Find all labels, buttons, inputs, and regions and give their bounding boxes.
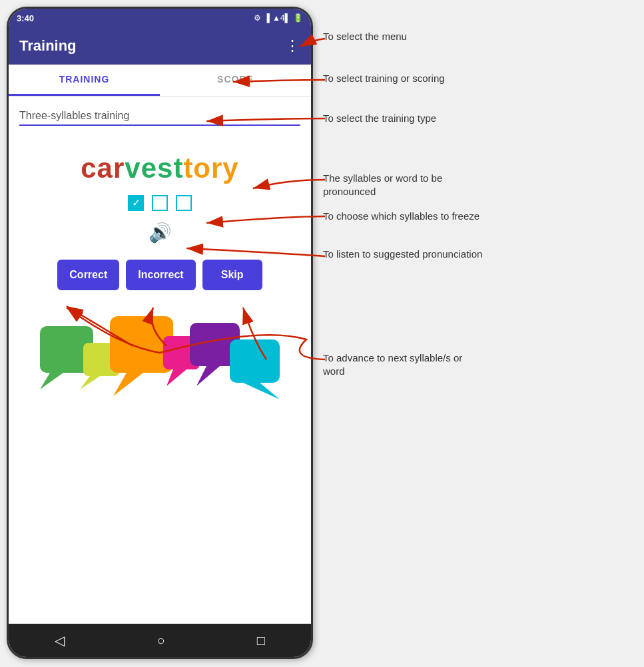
tab-score[interactable]: SCORE (160, 65, 311, 96)
annotation-tabs-text: To select training or scoring (323, 72, 445, 85)
menu-button[interactable]: ⋮ (285, 37, 300, 55)
tab-training[interactable]: TRAINING (9, 65, 160, 96)
tabs-container: TRAINING SCORE (9, 65, 311, 97)
check-mark-1: ✓ (132, 198, 141, 208)
checkbox-2[interactable] (152, 195, 168, 211)
bubbles-illustration (33, 313, 286, 413)
annotation-syllables-text: To choose which syllables to freeze (323, 210, 480, 223)
annotation-advance: To advance to next syllable/s or word (323, 351, 483, 377)
wifi-icon: 🔋 (293, 13, 303, 23)
word-display: carvesttory (81, 152, 238, 184)
syllable-checkboxes: ✓ (128, 195, 192, 211)
skip-button[interactable]: Skip (202, 260, 262, 290)
annotation-training-type-text: To select the training type (323, 112, 436, 125)
syllable-tory: tory (183, 152, 238, 184)
app-title: Training (19, 37, 77, 55)
annotation-advance-text: To advance to next syllable/s or word (323, 351, 483, 377)
svg-marker-11 (243, 383, 280, 399)
speaker-button[interactable]: 🔊 (149, 222, 172, 244)
annotation-word: The syllables or word to be pronounced (323, 172, 483, 198)
annotations-panel: To select the menu To select training or… (316, 0, 643, 667)
syllable-car: car (81, 152, 125, 184)
speaker-icon: 🔊 (149, 222, 172, 243)
recents-button[interactable]: □ (257, 633, 265, 648)
svg-marker-1 (40, 373, 63, 389)
checkbox-3[interactable] (176, 195, 192, 211)
training-type-input[interactable] (19, 107, 300, 126)
content-area: carvesttory ✓ 🔊 Correct Incorrect Skip (9, 97, 311, 624)
status-bar: 3:40 ⚙ ▐ ▲4▌ 🔋 (9, 9, 311, 27)
svg-marker-9 (196, 366, 220, 386)
annotation-tabs: To select training or scoring (323, 72, 445, 85)
battery-icon: ▐ (264, 13, 270, 23)
svg-rect-10 (230, 339, 280, 383)
status-time: 3:40 (17, 13, 34, 23)
bubbles-svg (33, 313, 286, 413)
annotation-pronunciation: To listen to suggested pronunciation (323, 248, 482, 261)
annotation-word-text: The syllables or word to be pronounced (323, 172, 483, 198)
back-button[interactable]: ◁ (55, 632, 65, 648)
svg-marker-7 (166, 369, 186, 386)
training-type-selector[interactable] (19, 107, 300, 126)
status-icons: ⚙ ▐ ▲4▌ 🔋 (254, 13, 303, 23)
incorrect-button[interactable]: Incorrect (126, 260, 195, 290)
app-bar: Training ⋮ (9, 27, 311, 65)
annotation-menu: To select the menu (323, 30, 407, 43)
signal-icon: ▲4▌ (272, 13, 290, 23)
annotation-syllables: To choose which syllables to freeze (323, 210, 480, 223)
home-button[interactable]: ○ (157, 633, 164, 648)
action-buttons: Correct Incorrect Skip (57, 260, 262, 290)
bottom-navigation: ◁ ○ □ (9, 624, 311, 657)
annotation-training-type: To select the training type (323, 112, 436, 125)
phone-frame: 3:40 ⚙ ▐ ▲4▌ 🔋 Training ⋮ TRAINING SCORE… (7, 7, 313, 659)
correct-button[interactable]: Correct (57, 260, 119, 290)
annotation-pronunciation-text: To listen to suggested pronunciation (323, 248, 482, 261)
annotation-menu-text: To select the menu (323, 30, 407, 43)
checkbox-1[interactable]: ✓ (128, 195, 144, 211)
syllable-vest: vest (125, 152, 183, 184)
svg-marker-5 (113, 373, 143, 396)
settings-icon: ⚙ (254, 13, 261, 23)
svg-marker-3 (80, 376, 100, 389)
